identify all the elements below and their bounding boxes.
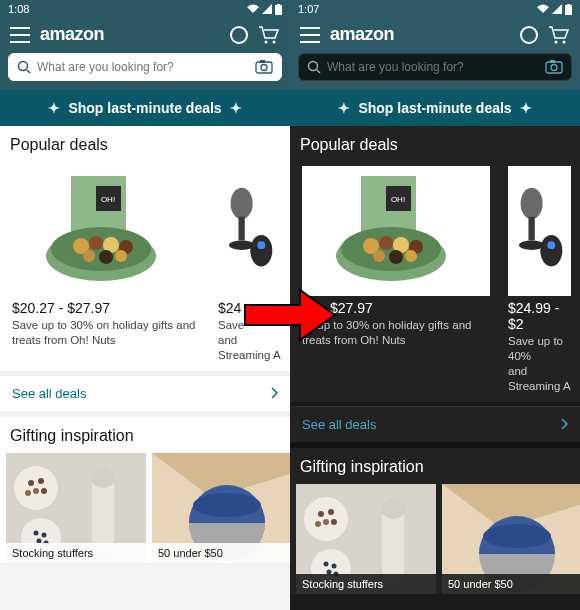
deal-card[interactable]: $24 Save and Streaming A bbox=[212, 162, 287, 371]
svg-point-20 bbox=[231, 188, 253, 220]
deal-image bbox=[508, 166, 571, 296]
svg-point-3 bbox=[273, 40, 276, 43]
svg-point-23 bbox=[250, 235, 272, 267]
deal-price: $24 bbox=[218, 300, 281, 316]
search-bar[interactable] bbox=[298, 53, 572, 81]
light-mode-pane: 1:08 amazon ✦ Shop last-minute deals ✦ P… bbox=[0, 0, 290, 610]
menu-icon[interactable] bbox=[300, 27, 320, 43]
see-all-label: See all deals bbox=[302, 417, 376, 432]
signal-icon bbox=[262, 4, 272, 14]
deal-price: $24.99 - $2 bbox=[508, 300, 571, 332]
deals-carousel[interactable]: OH! 27 - $27.97 ve up to 30% on holiday … bbox=[290, 162, 580, 402]
svg-point-34 bbox=[42, 532, 47, 537]
gift-card[interactable]: 50 under $50 bbox=[152, 453, 290, 563]
signal-icon bbox=[552, 4, 562, 14]
gifting-title: Gifting inspiration bbox=[290, 448, 580, 484]
svg-rect-43 bbox=[565, 5, 572, 15]
svg-point-14 bbox=[89, 236, 103, 250]
banner-text: Shop last-minute deals bbox=[68, 100, 221, 116]
status-time: 1:08 bbox=[8, 3, 29, 15]
battery-icon bbox=[565, 4, 572, 15]
status-time: 1:07 bbox=[298, 3, 319, 15]
search-input[interactable] bbox=[327, 60, 539, 74]
svg-rect-44 bbox=[567, 4, 570, 5]
deal-description: Save up to 30% on holiday gifts and trea… bbox=[12, 318, 200, 348]
see-all-deals-link[interactable]: See all deals bbox=[0, 375, 290, 411]
deal-card[interactable]: $24.99 - $2 Save up to 40% and Streaming… bbox=[502, 162, 577, 402]
svg-rect-38 bbox=[91, 468, 115, 488]
svg-point-19 bbox=[115, 250, 127, 262]
svg-rect-5 bbox=[256, 62, 272, 73]
gift-card[interactable]: 50 under $50 bbox=[442, 484, 580, 594]
svg-rect-81 bbox=[381, 499, 405, 519]
status-bar: 1:08 bbox=[0, 0, 290, 18]
svg-rect-48 bbox=[546, 62, 562, 73]
svg-point-71 bbox=[328, 509, 334, 515]
svg-point-72 bbox=[323, 519, 329, 525]
sparkle-icon: ✦ bbox=[338, 100, 350, 116]
see-all-deals-link[interactable]: See all deals bbox=[290, 406, 580, 442]
deal-image bbox=[218, 166, 281, 296]
cart-icon[interactable] bbox=[548, 25, 570, 45]
deal-image: OH! bbox=[302, 166, 490, 296]
wifi-icon bbox=[537, 4, 549, 14]
chevron-right-icon bbox=[270, 387, 278, 399]
svg-point-74 bbox=[315, 521, 321, 527]
voice-icon[interactable] bbox=[520, 26, 538, 44]
svg-point-28 bbox=[38, 478, 44, 484]
wifi-icon bbox=[247, 4, 259, 14]
deal-card[interactable]: OH! 27 - $27.97 ve up to 30% on holiday … bbox=[296, 162, 496, 402]
svg-point-42 bbox=[193, 493, 261, 517]
svg-point-61 bbox=[389, 250, 403, 264]
svg-rect-64 bbox=[528, 217, 534, 241]
gift-carousel[interactable]: Stocking stuffers 50 under $50 bbox=[0, 453, 290, 563]
sparkle-icon: ✦ bbox=[520, 100, 532, 116]
svg-rect-21 bbox=[238, 217, 244, 241]
svg-point-57 bbox=[379, 236, 393, 250]
dark-mode-pane: 1:07 amazon ✦ Shop last-minute deals ✦ P… bbox=[290, 0, 580, 610]
deals-carousel[interactable]: OH! $20.27 - $27.97 Save up to 30% on ho… bbox=[0, 162, 290, 371]
status-bar: 1:07 bbox=[290, 0, 580, 18]
svg-point-49 bbox=[551, 65, 557, 71]
menu-icon[interactable] bbox=[10, 27, 30, 43]
search-icon bbox=[17, 60, 31, 74]
gift-card[interactable]: Stocking stuffers bbox=[296, 484, 436, 594]
chevron-right-icon bbox=[560, 418, 568, 430]
amazon-logo[interactable]: amazon bbox=[40, 24, 220, 45]
popular-deals-title: Popular deals bbox=[0, 126, 290, 162]
gift-card[interactable]: Stocking stuffers bbox=[6, 453, 146, 563]
see-all-label: See all deals bbox=[12, 386, 86, 401]
voice-icon[interactable] bbox=[230, 26, 248, 44]
camera-icon[interactable] bbox=[545, 60, 563, 74]
search-input[interactable] bbox=[37, 60, 249, 74]
svg-point-84 bbox=[483, 524, 551, 548]
svg-rect-1 bbox=[277, 4, 280, 5]
svg-point-46 bbox=[563, 40, 566, 43]
popular-deals-title: Popular deals bbox=[290, 126, 580, 162]
gift-carousel[interactable]: Stocking stuffers 50 under $50 bbox=[290, 484, 580, 594]
deals-banner[interactable]: ✦ Shop last-minute deals ✦ bbox=[290, 90, 580, 126]
cart-icon[interactable] bbox=[258, 25, 280, 45]
camera-icon[interactable] bbox=[255, 60, 273, 74]
svg-point-17 bbox=[83, 250, 95, 262]
svg-point-47 bbox=[309, 62, 318, 71]
search-icon bbox=[307, 60, 321, 74]
sparkle-icon: ✦ bbox=[230, 100, 242, 116]
amazon-logo[interactable]: amazon bbox=[330, 24, 510, 45]
svg-point-30 bbox=[41, 488, 47, 494]
banner-text: Shop last-minute deals bbox=[358, 100, 511, 116]
gift-label: Stocking stuffers bbox=[296, 574, 436, 594]
deal-price: 27 - $27.97 bbox=[302, 300, 490, 316]
deals-banner[interactable]: ✦ Shop last-minute deals ✦ bbox=[0, 90, 290, 126]
svg-point-73 bbox=[331, 519, 337, 525]
app-header: amazon bbox=[0, 18, 290, 53]
search-bar[interactable] bbox=[8, 53, 282, 81]
deal-description: Save up to 40% and Streaming A bbox=[508, 334, 571, 394]
svg-point-55 bbox=[341, 227, 441, 271]
svg-point-27 bbox=[28, 480, 34, 486]
svg-point-76 bbox=[324, 561, 329, 566]
svg-text:OH!: OH! bbox=[101, 195, 115, 204]
deal-card[interactable]: OH! $20.27 - $27.97 Save up to 30% on ho… bbox=[6, 162, 206, 371]
deal-description: ve up to 30% on holiday gifts and treats… bbox=[302, 318, 490, 348]
gift-label: 50 under $50 bbox=[442, 574, 580, 594]
